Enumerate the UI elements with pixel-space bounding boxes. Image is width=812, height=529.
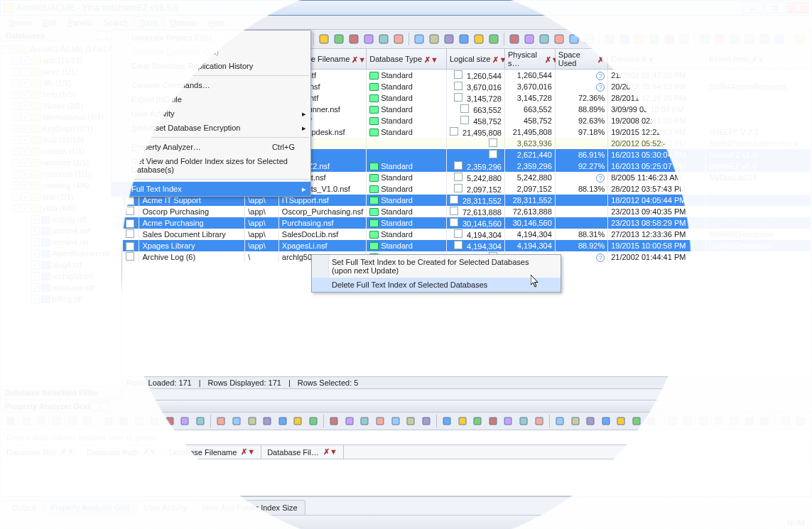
toolbar-button-35[interactable]	[698, 32, 712, 46]
tree-folder[interactable]: +mtdata (1/1)	[2, 146, 120, 157]
toolbar-button-40[interactable]	[772, 32, 786, 46]
help-icon[interactable]: ?	[596, 253, 605, 262]
toolbar-button-32[interactable]	[647, 32, 661, 46]
tree-checkbox[interactable]	[21, 136, 30, 144]
analyzer-toolbar-button-38[interactable]	[614, 414, 629, 428]
panel-pin-icon[interactable]	[97, 31, 106, 40]
tree-db-item[interactable]: billing.ntf	[2, 293, 120, 305]
menu-search[interactable]: Search	[97, 17, 134, 28]
tree-checkbox[interactable]	[21, 79, 30, 87]
tree-folder[interactable]: +roaming (4/4)	[2, 180, 120, 191]
toolbar-button-29[interactable]	[602, 32, 617, 46]
tree-expand-icon[interactable]: +	[12, 193, 20, 201]
tree-checkbox[interactable]	[31, 249, 40, 258]
analyzer-toolbar-button-42[interactable]	[681, 414, 695, 428]
tree-expand-icon[interactable]: +	[12, 182, 20, 190]
analyzer-toolbar-button-41[interactable]	[666, 414, 681, 428]
row-checkbox[interactable]	[126, 252, 134, 261]
toolbar-button-41[interactable]	[793, 32, 807, 46]
tree-folder[interactable]: −Acme01/ACME (171/171)	[2, 43, 120, 55]
tree-db-item[interactable]: admin4.ntf	[2, 236, 120, 248]
logical-checkbox[interactable]	[454, 70, 462, 79]
tree-checkbox[interactable]	[31, 272, 40, 280]
analyzer-toolbar-button-39[interactable]	[629, 414, 644, 428]
tree-checkbox[interactable]	[31, 261, 40, 269]
tab-property-analyzer[interactable]: Property Analyzer Grid	[43, 500, 137, 515]
grid-header-type[interactable]: Database Type✗▼	[367, 49, 447, 70]
toolbar-button-16[interactable]	[391, 32, 406, 46]
tree-expand-icon[interactable]: +	[12, 68, 20, 76]
analyzer-toolbar-button-32[interactable]	[516, 414, 531, 428]
analyzer-toolbar-button-11[interactable]	[178, 414, 193, 428]
analyzer-toolbar-button-24[interactable]	[388, 414, 403, 428]
analyzer-toolbar-button-44[interactable]	[711, 414, 726, 428]
tree-checkbox[interactable]	[21, 147, 30, 156]
logical-checkbox[interactable]	[489, 138, 497, 147]
analyzer-toolbar-button-1[interactable]	[19, 414, 34, 428]
menu-options[interactable]: Options	[165, 17, 203, 28]
logical-checkbox[interactable]	[489, 150, 497, 158]
tree-checkbox[interactable]	[21, 170, 30, 178]
menu-server[interactable]: Server	[3, 17, 37, 28]
ft-delete-index[interactable]: Delete Full Text Index of Selected Datab…	[312, 278, 561, 292]
analyzer-toolbar-button-48[interactable]	[778, 414, 793, 428]
help-icon[interactable]: ?	[596, 83, 605, 92]
analyzer-toolbar-button-9[interactable]	[147, 414, 162, 428]
tree-checkbox[interactable]	[21, 113, 30, 121]
logical-checkbox[interactable]	[454, 161, 462, 170]
tree-expand-icon[interactable]: +	[12, 80, 20, 87]
analyzer-toolbar-button-2[interactable]	[34, 414, 49, 428]
logical-checkbox[interactable]	[454, 229, 462, 238]
tab-output[interactable]: Output	[4, 500, 43, 515]
grid-header-physical[interactable]: Physical s…✗▼	[504, 49, 555, 70]
tree-folder[interactable]: +restores (1/1)	[2, 157, 120, 168]
analyzer-pin-icon[interactable]	[90, 402, 99, 410]
ft-set-index[interactable]: Set Full Text Index to be Created for Se…	[312, 255, 561, 278]
toolbar-button-31[interactable]	[632, 32, 646, 46]
toolbar-button-21[interactable]	[472, 32, 486, 46]
analyzer-toolbar-button-49[interactable]	[794, 414, 808, 428]
tree-expand-icon[interactable]: +	[12, 91, 20, 99]
tree-folder[interactable]: +app (11/11)	[2, 55, 120, 66]
tree-expand-icon[interactable]: +	[12, 159, 20, 167]
window-minimize-button[interactable]	[742, 2, 763, 13]
logical-checkbox[interactable]	[460, 104, 469, 113]
tools-property-analyzer[interactable]: Property Analyzer…Ctrl+G	[112, 140, 310, 154]
grid-row[interactable]: Acme Purchasing\app\Purchasing.nsfStanda…	[123, 217, 811, 229]
tree-db-item[interactable]: archlg50.ntf	[2, 271, 120, 282]
toolbar-button-34[interactable]	[677, 32, 691, 46]
toolbar-button-12[interactable]	[332, 32, 346, 46]
analyzer-toolbar-button-31[interactable]	[501, 414, 516, 428]
logical-checkbox[interactable]	[454, 241, 462, 249]
row-checkbox[interactable]	[126, 197, 134, 205]
analyzer-toolbar-button-7[interactable]	[117, 414, 131, 428]
analyzer-toolbar-button-19[interactable]	[306, 414, 321, 428]
tab-view-folder-index[interactable]: View And Folder Index Size	[194, 500, 305, 515]
toolbar-button-39[interactable]	[757, 32, 772, 46]
analyzer-toolbar-button-8[interactable]	[131, 414, 146, 428]
tree-expand-icon[interactable]: +	[12, 57, 20, 65]
grid-header-logical[interactable]: Logical size✗▼	[446, 49, 504, 70]
tree-expand-icon[interactable]: +	[12, 102, 20, 110]
row-checkbox[interactable]	[126, 229, 134, 238]
menu-edit[interactable]: Edit	[37, 17, 62, 28]
logical-checkbox[interactable]	[450, 218, 458, 227]
tree-folder[interactable]: +KeyDepo (1/1)	[2, 123, 120, 134]
tree-folder[interactable]: +iNotes (2/2)	[2, 100, 120, 111]
grid-header-space[interactable]: Space Used✗▼	[555, 49, 607, 70]
tree-folder[interactable]: +test (1/1)	[2, 191, 120, 202]
analyzer-toolbar-button-12[interactable]	[193, 414, 208, 428]
logical-checkbox[interactable]	[454, 93, 462, 102]
tree-folder[interactable]: +help (5/5)	[2, 89, 120, 100]
tree-checkbox[interactable]	[31, 238, 40, 246]
analyzer-toolbar-button-25[interactable]	[404, 414, 418, 428]
logical-checkbox[interactable]	[450, 207, 458, 215]
analyzer-toolbar-button-23[interactable]	[373, 414, 388, 428]
menu-panels[interactable]: Panels	[62, 17, 97, 28]
tree-folder[interactable]: +restoresl (1/1)	[2, 168, 120, 180]
analyzer-toolbar-button-4[interactable]	[65, 414, 80, 428]
toolbar-button-19[interactable]	[442, 32, 456, 46]
tree-checkbox[interactable]	[11, 45, 18, 53]
window-close-button[interactable]	[787, 2, 808, 13]
tree-expand-icon[interactable]: −	[12, 204, 20, 212]
